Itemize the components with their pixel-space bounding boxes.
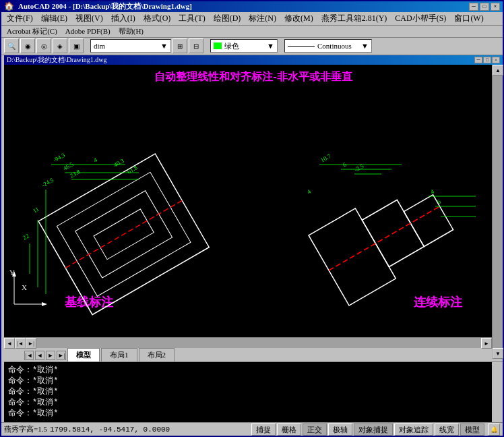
cmd-line-5: 命令：*取消* [8,408,488,419]
cad-svg: -24.5 11 22 -94.3 46.5 23.8 4 40.3 61.8 [4,65,503,337]
svg-text:22: 22 [22,233,30,241]
svg-text:23.8: 23.8 [69,168,82,179]
menu-edit[interactable]: 编辑(E) [37,12,71,25]
cmd-line-4: 命令：*取消* [8,397,488,408]
svg-marker-2 [12,271,16,276]
toolbar-btn-5[interactable]: ▣ [69,38,84,53]
menu-draw[interactable]: 绘图(D) [210,12,245,25]
linetype-dropdown[interactable]: Continuous ▼ [284,39,372,53]
toolbar-btn-4[interactable]: ◈ [53,38,67,53]
command-area[interactable]: 命令：*取消* 命令：*取消* 命令：*取消* 命令：*取消* 命令：*取消* … [4,362,492,422]
tab-model[interactable]: 模型 [67,348,100,361]
layer-value: dim [94,42,105,50]
svg-marker-3 [42,302,47,306]
svg-text:-24.5: -24.5 [40,177,55,189]
svg-text:10.7: 10.7 [319,152,332,164]
svg-text:61.8: 61.8 [126,164,139,175]
color-value: 绿色 [224,41,239,51]
scroll-btn-prev[interactable]: |◄ [15,338,26,349]
tray-btn[interactable]: 🔔 [488,424,500,436]
color-dropdown[interactable]: 绿色 ▼ [210,39,278,53]
inner-title-bar: D:\Backup\我的文档\Drawing1.dwg ─ □ × [4,55,503,65]
layer-dropdown[interactable]: dim ▼ [90,39,171,53]
menu-help[interactable]: 帮助(H) [115,26,148,37]
tab-layout2[interactable]: 布局2 [139,348,175,361]
cmd-line-1: 命令：*取消* [8,365,488,376]
scroll-left-button[interactable]: ◄ [4,338,15,349]
menu-tools[interactable]: 工具(T) [175,12,209,25]
window-controls: ─ □ × [469,3,500,11]
toolbar: 🔍 ◉ ◎ ◈ ▣ dim ▼ ⊞ ⊟ 绿色 ▼ Continuous ▼ [1,38,503,55]
svg-text:-2.5: -2.5 [353,163,365,173]
menu-adobe-pdf[interactable]: Adobe PDF(B) [61,26,115,36]
cmd-line-2: 命令：*取消* [8,376,488,386]
h-scroll-track[interactable] [36,338,481,348]
btn-lineweight[interactable]: 线宽 [435,424,459,436]
coordinates: 1799.5814, -94.5417, 0.0000 [50,426,171,434]
inner-close-button[interactable]: × [492,57,500,63]
scroll-btn-next[interactable]: ►| [26,338,36,349]
btn-snap[interactable]: 捕捉 [251,424,276,436]
tab-nav-last[interactable]: ►| [57,351,66,360]
menu-view[interactable]: 视图(V) [71,12,107,25]
scroll-down-button[interactable]: ▼ [493,348,503,359]
inner-minimize-button[interactable]: ─ [474,57,482,63]
toolbar-btn-3[interactable]: ◎ [36,38,51,53]
menu-modify[interactable]: 修改(M) [280,12,317,25]
inner-window-controls: ─ □ × [474,57,500,63]
title-bar: 🏠 AutoCAD 2004 - [D:\Backup\我的文档\Drawing… [1,1,503,12]
menu-bar-2: Acrobat 标记(C) Adobe PDF(B) 帮助(H) [1,26,503,38]
drawing-wrapper: 自动整理线性和对齐标注-非水平或非垂直 基线标注 连续标注 Y X [1,65,503,348]
inner-restore-button[interactable]: □ [483,57,491,63]
svg-text:40.3: 40.3 [113,157,125,169]
menu-insert[interactable]: 插入(I) [107,12,139,25]
linetype-value: Continuous [317,42,352,50]
horizontal-scrollbar[interactable]: ◄ |◄ ►| ► [4,337,492,348]
scroll-right-button[interactable]: ► [481,338,492,349]
menu-bar: 文件(F) 编辑(E) 视图(V) 插入(I) 格式(O) 工具(T) 绘图(D… [1,12,503,26]
font-label: 燕秀字高=1.5 [4,424,47,434]
svg-text:-94.3: -94.3 [52,152,67,164]
menu-window[interactable]: 窗口(W) [450,12,487,25]
tab-layout1[interactable]: 布局1 [101,348,137,361]
vertical-scrollbar[interactable]: ▲ ▼ [492,65,503,359]
tab-nav-next[interactable]: ► [46,351,55,360]
menu-dim[interactable]: 标注(N) [245,12,280,25]
btn-otrack[interactable]: 对象追踪 [394,424,433,436]
toolbar-btn-2[interactable]: ◉ [20,38,35,53]
drawing-container: 自动整理线性和对齐标注-非水平或非垂直 基线标注 连续标注 Y X [1,65,503,348]
svg-line-27 [329,206,440,270]
status-bar: 燕秀字高=1.5 1799.5814, -94.5417, 0.0000 捕捉 … [1,422,503,436]
tab-bar: |◄ ◄ ► ►| 模型 布局1 布局2 [4,348,503,362]
window-title: AutoCAD 2004 - [D:\Backup\我的文档\Drawing1.… [18,1,469,11]
restore-button[interactable]: □ [480,3,489,11]
v-scroll-track[interactable] [493,76,503,348]
svg-rect-26 [404,195,453,247]
cad-drawing-area[interactable]: 自动整理线性和对齐标注-非水平或非垂直 基线标注 连续标注 Y X [4,65,503,337]
scroll-up-button[interactable]: ▲ [493,65,503,76]
svg-text:4: 4 [306,188,312,196]
minimize-button[interactable]: ─ [469,3,478,11]
btn-osnap[interactable]: 对象捕捉 [354,424,393,436]
menu-acrobat[interactable]: Acrobat 标记(C) [3,26,61,37]
menu-file[interactable]: 文件(F) [3,12,37,25]
svg-text:46.5: 46.5 [62,161,75,172]
menu-cadhelper[interactable]: CAD小帮手(S) [391,12,450,25]
svg-text:11: 11 [32,206,40,214]
layer-prev-btn[interactable]: ⊟ [189,38,203,53]
btn-ortho[interactable]: 正交 [303,424,327,436]
layer-props-btn[interactable]: ⊞ [172,38,187,53]
svg-text:6: 6 [436,198,442,206]
menu-yanxiu[interactable]: 燕秀工具箱2.81(Y) [317,12,391,25]
svg-text:4: 4 [92,156,98,164]
tab-nav-first[interactable]: |◄ [24,351,34,360]
btn-polar[interactable]: 极轴 [328,424,352,436]
btn-model[interactable]: 模型 [460,424,484,436]
cmd-line-3: 命令：*取消* [8,386,488,397]
tab-nav-prev[interactable]: ◄ [35,351,44,360]
close-button[interactable]: × [491,3,500,11]
inner-window-title: D:\Backup\我的文档\Drawing1.dwg [7,55,474,65]
btn-grid[interactable]: 栅格 [277,424,301,436]
menu-format[interactable]: 格式(O) [139,12,175,25]
toolbar-btn-1[interactable]: 🔍 [4,38,19,53]
